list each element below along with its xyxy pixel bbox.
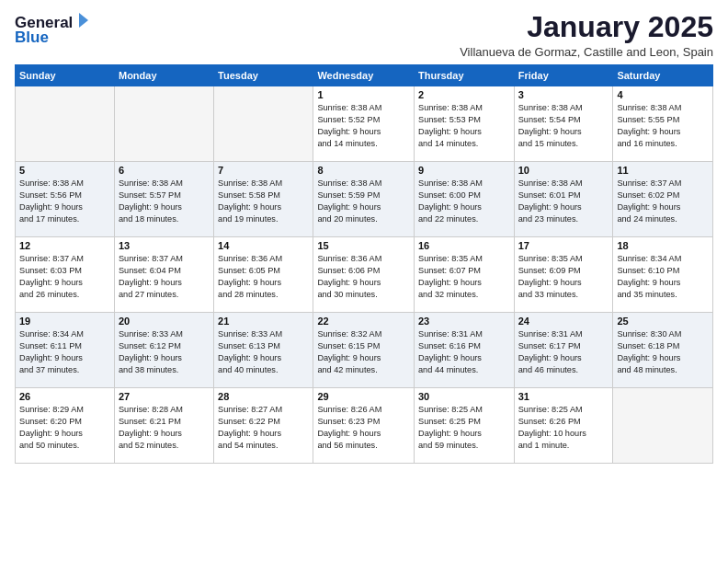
- day-number: 30: [418, 391, 510, 402]
- calendar-week-1: 1Sunrise: 8:38 AMSunset: 5:52 PMDaylight…: [16, 86, 713, 162]
- day-number: 20: [119, 316, 210, 327]
- day-number: 25: [617, 316, 709, 327]
- calendar-cell: 28Sunrise: 8:27 AMSunset: 6:22 PMDayligh…: [214, 388, 313, 464]
- day-info: Sunrise: 8:31 AMSunset: 6:17 PMDaylight:…: [518, 328, 609, 376]
- day-info: Sunrise: 8:38 AMSunset: 5:59 PMDaylight:…: [317, 178, 410, 225]
- title-section: January 2025 Villanueva de Gormaz, Casti…: [460, 11, 713, 59]
- calendar-cell: 21Sunrise: 8:33 AMSunset: 6:13 PMDayligh…: [214, 313, 313, 388]
- day-info: Sunrise: 8:27 AMSunset: 6:22 PMDaylight:…: [218, 404, 309, 452]
- day-number: 28: [218, 391, 309, 402]
- calendar-week-5: 26Sunrise: 8:29 AMSunset: 6:20 PMDayligh…: [16, 388, 713, 464]
- day-number: 15: [317, 240, 410, 251]
- calendar-cell: 25Sunrise: 8:30 AMSunset: 6:18 PMDayligh…: [613, 313, 713, 388]
- day-number: 10: [518, 165, 609, 176]
- day-number: 16: [418, 240, 510, 251]
- day-info: Sunrise: 8:33 AMSunset: 6:12 PMDaylight:…: [119, 328, 210, 376]
- day-info: Sunrise: 8:38 AMSunset: 6:01 PMDaylight:…: [518, 178, 609, 225]
- day-number: 6: [119, 165, 210, 176]
- calendar-cell: 2Sunrise: 8:38 AMSunset: 5:53 PMDaylight…: [415, 86, 515, 162]
- day-info: Sunrise: 8:38 AMSunset: 5:57 PMDaylight:…: [119, 178, 210, 225]
- calendar-cell: 9Sunrise: 8:38 AMSunset: 6:00 PMDaylight…: [415, 162, 515, 237]
- calendar-cell: 1Sunrise: 8:38 AMSunset: 5:52 PMDaylight…: [313, 86, 415, 162]
- day-info: Sunrise: 8:37 AMSunset: 6:03 PMDaylight:…: [19, 253, 110, 301]
- calendar-cell: 23Sunrise: 8:31 AMSunset: 6:16 PMDayligh…: [415, 313, 515, 388]
- day-info: Sunrise: 8:38 AMSunset: 5:53 PMDaylight:…: [418, 102, 510, 150]
- calendar-cell: 16Sunrise: 8:35 AMSunset: 6:07 PMDayligh…: [415, 237, 515, 313]
- day-info: Sunrise: 8:25 AMSunset: 6:25 PMDaylight:…: [418, 404, 510, 452]
- calendar-cell: 31Sunrise: 8:25 AMSunset: 6:26 PMDayligh…: [514, 388, 613, 464]
- weekday-header-friday: Friday: [514, 65, 613, 86]
- calendar-cell: 7Sunrise: 8:38 AMSunset: 5:58 PMDaylight…: [214, 162, 313, 237]
- calendar-cell: 27Sunrise: 8:28 AMSunset: 6:21 PMDayligh…: [114, 388, 213, 464]
- calendar-cell: 20Sunrise: 8:33 AMSunset: 6:12 PMDayligh…: [114, 313, 213, 388]
- day-info: Sunrise: 8:34 AMSunset: 6:11 PMDaylight:…: [19, 328, 110, 376]
- svg-marker-1: [79, 13, 88, 28]
- day-number: 17: [518, 240, 609, 251]
- calendar-cell: 11Sunrise: 8:37 AMSunset: 6:02 PMDayligh…: [613, 162, 713, 237]
- day-number: 27: [119, 391, 210, 402]
- day-number: 3: [518, 89, 609, 100]
- calendar-cell: 8Sunrise: 8:38 AMSunset: 5:59 PMDaylight…: [313, 162, 415, 237]
- day-info: Sunrise: 8:29 AMSunset: 6:20 PMDaylight:…: [19, 404, 110, 452]
- weekday-header-wednesday: Wednesday: [313, 65, 415, 86]
- day-info: Sunrise: 8:33 AMSunset: 6:13 PMDaylight:…: [218, 328, 309, 376]
- calendar-cell: 6Sunrise: 8:38 AMSunset: 5:57 PMDaylight…: [114, 162, 213, 237]
- day-number: 9: [418, 165, 510, 176]
- day-info: Sunrise: 8:36 AMSunset: 6:06 PMDaylight:…: [317, 253, 410, 301]
- day-number: 12: [19, 240, 110, 251]
- calendar-cell: 24Sunrise: 8:31 AMSunset: 6:17 PMDayligh…: [514, 313, 613, 388]
- day-number: 19: [19, 316, 110, 327]
- day-info: Sunrise: 8:37 AMSunset: 6:02 PMDaylight:…: [617, 178, 709, 225]
- calendar-week-3: 12Sunrise: 8:37 AMSunset: 6:03 PMDayligh…: [16, 237, 713, 313]
- day-number: 26: [19, 391, 110, 402]
- day-number: 5: [19, 165, 110, 176]
- calendar-body: 1Sunrise: 8:38 AMSunset: 5:52 PMDaylight…: [16, 86, 713, 464]
- day-number: 14: [218, 240, 309, 251]
- day-number: 29: [317, 391, 410, 402]
- logo: General Blue: [15, 11, 88, 46]
- day-info: Sunrise: 8:37 AMSunset: 6:04 PMDaylight:…: [119, 253, 210, 301]
- month-title: January 2025: [460, 11, 713, 43]
- day-number: 23: [418, 316, 510, 327]
- day-number: 24: [518, 316, 609, 327]
- calendar-week-2: 5Sunrise: 8:38 AMSunset: 5:56 PMDaylight…: [16, 162, 713, 237]
- day-number: 18: [617, 240, 709, 251]
- subtitle: Villanueva de Gormaz, Castille and Leon,…: [460, 45, 713, 59]
- day-info: Sunrise: 8:38 AMSunset: 6:00 PMDaylight:…: [418, 178, 510, 225]
- header: General Blue January 2025 Villanueva de …: [15, 11, 713, 59]
- day-number: 7: [218, 165, 309, 176]
- calendar-week-4: 19Sunrise: 8:34 AMSunset: 6:11 PMDayligh…: [16, 313, 713, 388]
- calendar-cell: 15Sunrise: 8:36 AMSunset: 6:06 PMDayligh…: [313, 237, 415, 313]
- calendar-cell: 19Sunrise: 8:34 AMSunset: 6:11 PMDayligh…: [16, 313, 115, 388]
- day-number: 21: [218, 316, 309, 327]
- calendar-cell: 17Sunrise: 8:35 AMSunset: 6:09 PMDayligh…: [514, 237, 613, 313]
- calendar-cell: [114, 86, 213, 162]
- calendar-cell: [16, 86, 115, 162]
- day-info: Sunrise: 8:38 AMSunset: 5:52 PMDaylight:…: [317, 102, 410, 150]
- weekday-header-tuesday: Tuesday: [214, 65, 313, 86]
- calendar-cell: 12Sunrise: 8:37 AMSunset: 6:03 PMDayligh…: [16, 237, 115, 313]
- svg-text:Blue: Blue: [15, 29, 49, 46]
- calendar-table: SundayMondayTuesdayWednesdayThursdayFrid…: [15, 64, 713, 464]
- day-info: Sunrise: 8:25 AMSunset: 6:26 PMDaylight:…: [518, 404, 609, 452]
- calendar-cell: 4Sunrise: 8:38 AMSunset: 5:55 PMDaylight…: [613, 86, 713, 162]
- calendar-cell: 13Sunrise: 8:37 AMSunset: 6:04 PMDayligh…: [114, 237, 213, 313]
- calendar-cell: 14Sunrise: 8:36 AMSunset: 6:05 PMDayligh…: [214, 237, 313, 313]
- logo-svg: General Blue: [15, 11, 88, 46]
- day-number: 31: [518, 391, 609, 402]
- calendar-cell: [214, 86, 313, 162]
- day-info: Sunrise: 8:38 AMSunset: 5:55 PMDaylight:…: [617, 102, 709, 150]
- calendar-cell: [613, 388, 713, 464]
- calendar-cell: 18Sunrise: 8:34 AMSunset: 6:10 PMDayligh…: [613, 237, 713, 313]
- calendar-cell: 5Sunrise: 8:38 AMSunset: 5:56 PMDaylight…: [16, 162, 115, 237]
- day-info: Sunrise: 8:32 AMSunset: 6:15 PMDaylight:…: [317, 328, 410, 376]
- day-info: Sunrise: 8:35 AMSunset: 6:07 PMDaylight:…: [418, 253, 510, 301]
- day-info: Sunrise: 8:28 AMSunset: 6:21 PMDaylight:…: [119, 404, 210, 452]
- calendar-cell: 29Sunrise: 8:26 AMSunset: 6:23 PMDayligh…: [313, 388, 415, 464]
- calendar-cell: 26Sunrise: 8:29 AMSunset: 6:20 PMDayligh…: [16, 388, 115, 464]
- day-number: 13: [119, 240, 210, 251]
- weekday-header-saturday: Saturday: [613, 65, 713, 86]
- day-number: 4: [617, 89, 709, 100]
- calendar-cell: 30Sunrise: 8:25 AMSunset: 6:25 PMDayligh…: [415, 388, 515, 464]
- weekday-header-sunday: Sunday: [16, 65, 115, 86]
